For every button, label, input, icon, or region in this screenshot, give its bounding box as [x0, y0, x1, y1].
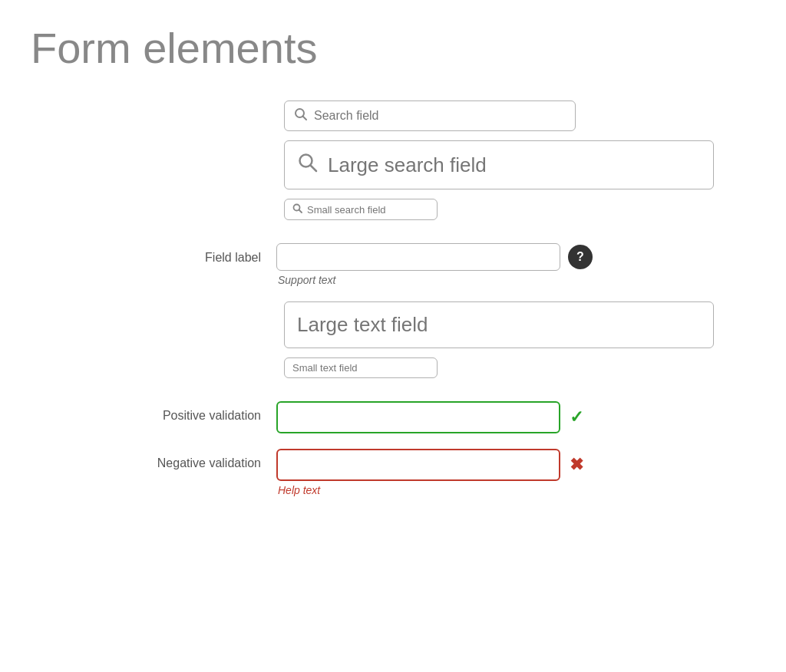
support-text: Support text	[278, 274, 593, 286]
search-icon-large	[297, 152, 319, 178]
search-field-normal	[284, 100, 576, 131]
search-field-large	[284, 140, 714, 189]
negative-validation-input[interactable]	[276, 449, 560, 481]
positive-validation-label: Positive validation	[31, 401, 276, 423]
labeled-field-section: Field label ? Support text	[31, 243, 722, 286]
negative-validation-label: Negative validation	[31, 449, 276, 470]
svg-line-3	[311, 166, 316, 171]
svg-line-5	[299, 210, 302, 213]
negative-validation-row: Negative validation ✖ Help text	[31, 449, 722, 496]
negative-field-wrapper: ✖ Help text	[276, 449, 583, 496]
form-container: Field label ? Support text Positive vali…	[31, 100, 722, 496]
search-input-small[interactable]	[307, 204, 429, 216]
search-input-normal[interactable]	[314, 109, 566, 123]
cross-icon: ✖	[570, 455, 583, 475]
search-icon-normal	[294, 107, 308, 124]
text-field-large[interactable]	[284, 301, 714, 348]
help-icon[interactable]: ?	[568, 245, 593, 269]
help-text: Help text	[278, 484, 583, 496]
search-fields-section	[284, 100, 722, 220]
validation-section: Positive validation ✓ Negative validatio…	[31, 401, 722, 496]
text-field-small[interactable]	[284, 357, 438, 378]
field-with-help: ? Support text	[276, 243, 593, 286]
field-row: ?	[276, 243, 593, 271]
labeled-text-input[interactable]	[276, 243, 560, 271]
positive-field-wrapper: ✓	[276, 401, 583, 433]
search-input-large[interactable]	[328, 153, 701, 177]
search-icon-small	[292, 203, 302, 216]
search-field-small	[284, 199, 438, 220]
page-title: Form elements	[31, 23, 755, 73]
svg-point-2	[300, 155, 312, 167]
svg-line-1	[303, 117, 307, 120]
positive-validation-input[interactable]	[276, 401, 560, 433]
negative-field-row: ✖	[276, 449, 583, 481]
positive-field-row: ✓	[276, 401, 583, 433]
text-fields-section	[284, 301, 722, 378]
field-label-text: Field label	[31, 243, 276, 265]
positive-validation-row: Positive validation ✓	[31, 401, 722, 433]
checkmark-icon: ✓	[570, 407, 583, 427]
